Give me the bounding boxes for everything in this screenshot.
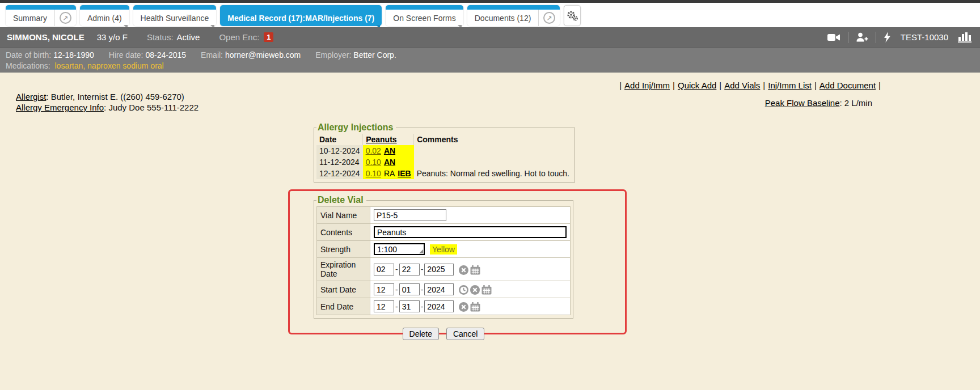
tab-stripe	[220, 5, 382, 10]
employer-value: Better Corp.	[353, 50, 396, 60]
reaction-code-link[interactable]: IEB	[398, 169, 411, 178]
tab-label: Admin (4)	[87, 14, 122, 23]
video-call-button[interactable]	[827, 33, 840, 42]
allergy-injections-legend: Allergy Injections	[316, 122, 396, 133]
quick-add-link[interactable]: Quick Add	[678, 80, 716, 90]
expiration-year-field[interactable]	[424, 264, 454, 275]
medication-link-losartan[interactable]: losartan	[54, 61, 83, 70]
allergist-link[interactable]: Allergist	[16, 92, 46, 101]
open-enc-badge[interactable]: 1	[264, 32, 273, 42]
add-document-link[interactable]: Add Document	[820, 80, 876, 90]
tab-summary-group: Summary ↗	[6, 5, 76, 26]
calendar-icon[interactable]	[470, 302, 480, 312]
dose-link[interactable]: 0.10	[366, 169, 381, 178]
date-separator: -	[421, 285, 424, 294]
tab-health-surveillance[interactable]: Health Surveillance	[133, 5, 217, 26]
tab-medical-record[interactable]: Medical Record (17):MAR/Injections (7)	[220, 5, 382, 26]
contents-label: Contents	[317, 224, 370, 241]
patient-age-sex: 33 y/o F	[97, 32, 128, 42]
add-vials-link[interactable]: Add Vials	[724, 80, 760, 90]
dose-link[interactable]: 0.02	[366, 146, 381, 155]
allergist-value: : Butler, Internist E. ((260) 459-6270)	[46, 92, 184, 101]
resize-grip	[374, 243, 425, 255]
delete-vial-legend: Delete Vial	[316, 195, 366, 205]
clear-date-icon[interactable]	[470, 285, 480, 295]
tab-stripe	[467, 5, 560, 10]
add-user-button[interactable]	[856, 32, 868, 42]
medication-link-naproxen[interactable]: naproxen sodium oral	[87, 61, 164, 70]
medications-label: Medications:	[6, 61, 50, 70]
status-label: Status:	[147, 32, 174, 42]
strength-label: Strength	[317, 241, 370, 258]
start-year-field[interactable]	[424, 283, 454, 295]
link-separator: |	[814, 80, 817, 90]
injection-date: 12-12-2024	[316, 168, 363, 179]
detail-row-1: Date of birth:12-18-1990Hire date:08-24-…	[6, 50, 974, 61]
patient-name: SIMMONS, NICOLE	[7, 32, 85, 42]
tab-label: Medical Record (17):MAR/Injections (7)	[227, 14, 374, 23]
cancel-button[interactable]: Cancel	[446, 328, 485, 340]
delete-button[interactable]: Delete	[403, 328, 439, 340]
clear-date-icon[interactable]	[459, 302, 468, 312]
expiration-month-field[interactable]	[374, 264, 394, 275]
expiration-day-field[interactable]	[399, 264, 420, 275]
patient-id: TEST-10030	[901, 32, 948, 42]
allergy-emergency-info-link[interactable]: Allergy Emergency Info	[16, 103, 104, 112]
end-year-field[interactable]	[424, 300, 454, 312]
tab-label: Health Surveillance	[141, 14, 209, 23]
end-month-field[interactable]	[374, 300, 394, 312]
tab-summary-popout-button[interactable]: ↗	[54, 10, 76, 26]
link-separator: |	[619, 80, 622, 90]
reaction-code-link[interactable]: AN	[384, 146, 395, 155]
quick-action-button[interactable]	[884, 32, 891, 43]
calendar-icon[interactable]	[481, 285, 492, 295]
link-separator: |	[763, 80, 765, 90]
clear-date-icon[interactable]	[459, 265, 468, 275]
hire-date-label: Hire date:	[109, 50, 143, 60]
delete-vial-panel: Delete Vial Vial Name Contents Strength …	[314, 195, 573, 319]
patient-bar-actions: TEST-10030	[827, 27, 972, 47]
inj-imm-list-link[interactable]: Inj/Imm List	[768, 80, 812, 90]
start-month-field[interactable]	[374, 283, 394, 295]
flowsheet-button[interactable]	[958, 32, 972, 43]
column-date: Date	[316, 134, 363, 145]
calendar-icon[interactable]	[470, 265, 480, 275]
dob-label: Date of birth:	[6, 50, 51, 60]
contents-field[interactable]	[374, 226, 567, 238]
vial-name-field[interactable]	[374, 209, 446, 221]
tab-documents[interactable]: Documents (12)	[467, 10, 539, 26]
form-buttons: Delete Cancel	[314, 328, 573, 340]
vial-name-label: Vial Name	[317, 207, 370, 224]
dose-link[interactable]: 0.10	[366, 158, 381, 167]
reaction-code-link[interactable]: AN	[384, 158, 395, 167]
allergy-contact-info: Allergist: Butler, Internist E. ((260) 4…	[16, 91, 198, 113]
settings-button[interactable]	[564, 5, 581, 26]
form-row: Start Date --	[317, 281, 571, 298]
action-links: |Add Inj/Imm|Quick Add|Add Vials|Inj/Imm…	[616, 80, 884, 90]
column-comments: Comments	[414, 134, 572, 145]
tab-label: Documents (12)	[475, 14, 531, 23]
start-day-field[interactable]	[399, 283, 420, 295]
lightning-bolt-icon	[884, 32, 891, 43]
clock-icon[interactable]	[459, 285, 468, 295]
tab-on-screen-forms[interactable]: On Screen Forms	[386, 5, 463, 26]
tab-documents-popout-button[interactable]: ↗	[538, 10, 560, 26]
peak-flow-link[interactable]: Peak Flow Baseline	[765, 98, 840, 108]
injection-comment: Peanuts: Normal red swelling. Hot to tou…	[414, 168, 572, 179]
tab-admin[interactable]: Admin (4)	[80, 5, 129, 26]
peak-flow-value: : 2 L/min	[839, 98, 872, 108]
detail-row-2: Medications: losartan, naproxen sodium o…	[6, 61, 974, 71]
column-peanuts-link[interactable]: Peanuts	[366, 135, 396, 144]
strength-field[interactable]	[374, 243, 425, 255]
end-day-field[interactable]	[399, 300, 420, 312]
tab-summary[interactable]: Summary	[6, 10, 54, 26]
add-inj-imm-link[interactable]: Add Inj/Imm	[624, 80, 670, 90]
bar-chart-icon	[958, 32, 972, 43]
gears-icon	[566, 10, 578, 22]
link-separator: |	[673, 80, 675, 90]
tab-documents-group: Documents (12) ↗	[467, 5, 560, 26]
tab-bar: Summary ↗ Admin (4) Health Surveillance …	[0, 3, 980, 27]
allergy-emergency-value: : Judy Doe 555-111-2222	[104, 103, 198, 112]
injection-date: 11-12-2024	[316, 156, 363, 168]
date-separator: -	[395, 285, 398, 294]
